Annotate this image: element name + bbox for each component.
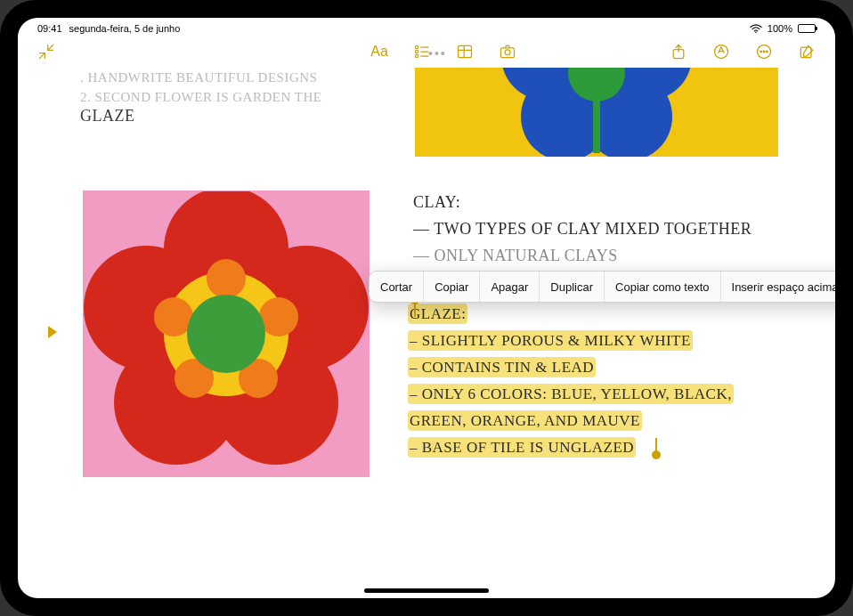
table-button[interactable] — [454, 41, 475, 62]
svg-point-3 — [416, 54, 418, 57]
flower-tile-image — [83, 190, 370, 477]
text-format-button[interactable]: Aa — [369, 41, 390, 62]
toolbar: Aa — [18, 36, 835, 68]
status-time: 09:41 — [37, 23, 62, 34]
status-bar: 09:41 segunda-feira, 5 de junho 100% — [18, 18, 835, 36]
page-drag-handle-icon[interactable]: ••• — [428, 46, 447, 61]
compose-button[interactable] — [796, 41, 817, 62]
glaze-line: – ONLY 6 COLORS: BLUE, YELLOW, BLACK, — [408, 384, 734, 404]
menu-item-duplicate[interactable]: Duplicar — [540, 272, 605, 302]
more-button[interactable] — [753, 41, 775, 62]
battery-percent: 100% — [768, 23, 792, 34]
collapse-button[interactable] — [36, 41, 57, 62]
svg-point-10 — [760, 51, 762, 53]
svg-point-2 — [416, 50, 418, 53]
menu-item-cut[interactable]: Cortar — [370, 272, 424, 302]
clay-line: — ONLY NATURAL CLAYS — [413, 242, 751, 269]
svg-rect-4 — [459, 45, 472, 57]
glaze-heading: GLAZE: — [408, 304, 467, 324]
svg-rect-20 — [593, 73, 600, 153]
glaze-line: – CONTAINS TIN & LEAD — [408, 357, 596, 377]
glaze-line: GREEN, ORANGE, AND MAUVE — [408, 410, 642, 431]
selection-margin-indicator[interactable] — [48, 326, 57, 338]
context-menu: Cortar Copiar Apagar Duplicar Copiar com… — [369, 271, 835, 303]
menu-item-copy-as-text[interactable]: Copiar como texto — [605, 272, 721, 302]
clay-heading: CLAY: — [413, 189, 751, 215]
clay-line: — TWO TYPES OF CLAY MIXED TOGETHER — [413, 215, 751, 242]
menu-item-insert-space-above[interactable]: Inserir espaço acima — [721, 272, 835, 302]
svg-point-6 — [505, 50, 510, 55]
svg-point-0 — [755, 31, 757, 33]
faded-line: 2. SECOND FLOWER IS GARDEN THE — [80, 87, 321, 107]
glaze-line: – BASE OF TILE IS UNGLAZED — [408, 437, 636, 458]
faded-prev-text: . HANDWRITE BEAUTIFUL DESIGNS 2. SECOND … — [80, 68, 321, 107]
screen: 09:41 segunda-feira, 5 de junho 100% Aa — [18, 18, 835, 598]
faded-line: . HANDWRITE BEAUTIFUL DESIGNS — [80, 68, 321, 87]
top-flower-tile-image — [415, 68, 778, 157]
glaze-word: GLAZE — [80, 107, 134, 126]
svg-point-12 — [767, 51, 768, 53]
note-canvas[interactable]: . HANDWRITE BEAUTIFUL DESIGNS 2. SECOND … — [18, 68, 835, 598]
menu-item-delete[interactable]: Apagar — [480, 272, 540, 302]
share-button[interactable] — [668, 41, 689, 62]
selection-handle-end[interactable] — [652, 450, 661, 459]
svg-point-1 — [416, 45, 418, 48]
home-indicator[interactable] — [364, 588, 489, 593]
status-date: segunda-feira, 5 de junho — [69, 23, 181, 34]
markup-button[interactable] — [711, 41, 732, 62]
clay-text-block: CLAY: — TWO TYPES OF CLAY MIXED TOGETHER… — [413, 189, 751, 269]
ipad-device-frame: 09:41 segunda-feira, 5 de junho 100% Aa — [0, 0, 853, 616]
svg-point-27 — [207, 259, 246, 298]
glaze-text-block: GLAZE: – SLIGHTLY POROUS & MILKY WHITE –… — [408, 301, 734, 461]
wifi-icon — [750, 24, 762, 33]
glaze-line: – SLIGHTLY POROUS & MILKY WHITE — [408, 330, 693, 351]
menu-item-copy[interactable]: Copiar — [424, 272, 480, 302]
camera-button[interactable] — [497, 41, 518, 62]
battery-icon — [798, 24, 816, 33]
svg-point-11 — [763, 51, 765, 53]
svg-point-32 — [187, 295, 265, 373]
